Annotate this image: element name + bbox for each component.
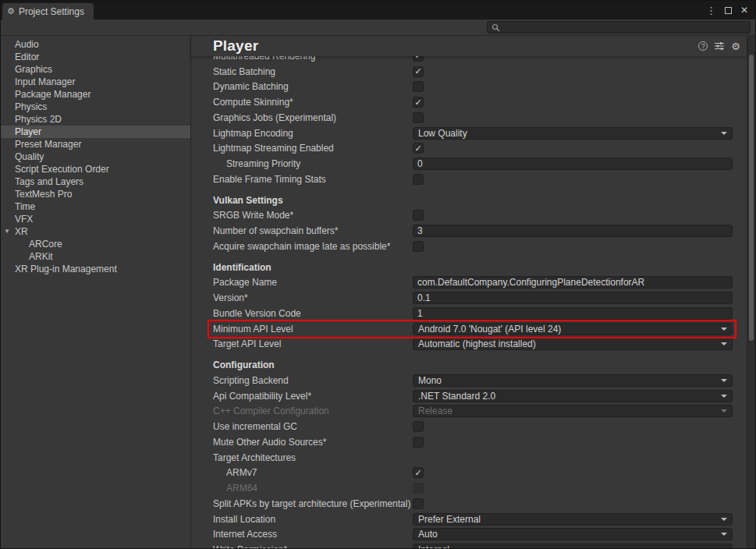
help-icon[interactable]: ? <box>698 41 708 51</box>
setting-control: Automatic (highest installed) <box>413 338 733 350</box>
sidebar-item-physics[interactable]: Physics <box>1 101 190 113</box>
sidebar-item-arcore[interactable]: ARCore <box>1 238 190 250</box>
sidebar-item-script-execution-order[interactable]: Script Execution Order <box>1 163 190 175</box>
checkbox-mute-other-audio-sources[interactable] <box>413 437 424 448</box>
settings-row-split-apks-by-target-architecture-experimental: Split APKs by target architecture (Exper… <box>191 496 747 512</box>
dropdown-value: Android 7.0 'Nougat' (API level 24) <box>418 324 716 335</box>
foldout-arrow-icon[interactable]: ▼ <box>4 228 10 235</box>
settings-row-lightmap-streaming-enabled: Lightmap Streaming Enabled✓ <box>191 141 747 157</box>
titlebar: ⚙ Project Settings ⋮ ✕ <box>1 1 755 19</box>
settings-category-sidebar: AudioEditorGraphicsInput ManagerPackage … <box>1 36 191 549</box>
maximize-icon[interactable] <box>725 7 732 14</box>
setting-label: Version* <box>213 292 413 303</box>
setting-control: Low Quality <box>413 127 733 140</box>
input-package-name[interactable] <box>413 276 733 289</box>
settings-row-minimum-api-level: Minimum API LevelAndroid 7.0 'Nougat' (A… <box>191 321 747 337</box>
section-header: Vulkan Settings <box>213 195 413 206</box>
window-tab[interactable]: ⚙ Project Settings <box>2 3 94 19</box>
sidebar-item-label: Script Execution Order <box>15 164 109 175</box>
setting-label: Lightmap Encoding <box>213 128 413 139</box>
checkbox-use-incremental-gc[interactable] <box>413 421 424 432</box>
setting-control: Mono <box>413 374 733 387</box>
sidebar-item-vfx[interactable]: VFX <box>1 213 190 225</box>
setting-control <box>413 421 733 432</box>
input-bundle-version-code[interactable] <box>413 307 733 320</box>
setting-control <box>413 276 733 289</box>
sidebar-item-label: ARCore <box>29 239 62 250</box>
dropdown-install-location[interactable]: Prefer External <box>413 513 733 526</box>
setting-control <box>413 307 733 320</box>
setting-control <box>413 112 733 123</box>
checkbox-acquire-swapchain-image-late-as-possible[interactable] <box>413 241 424 252</box>
sidebar-item-preset-manager[interactable]: Preset Manager <box>1 138 190 151</box>
dropdown-api-compatibility-level[interactable]: .NET Standard 2.0 <box>413 390 733 402</box>
chevron-down-icon <box>721 395 727 398</box>
sidebar-item-label: Tags and Layers <box>15 176 83 187</box>
sidebar-item-input-manager[interactable]: Input Manager <box>1 76 190 88</box>
search-icon <box>492 23 500 32</box>
sidebar-item-xr[interactable]: ▼XR <box>1 225 190 238</box>
search-input[interactable] <box>503 23 746 32</box>
presets-icon[interactable] <box>715 41 724 51</box>
input-streaming-priority[interactable] <box>413 158 733 170</box>
sidebar-item-player[interactable]: Player <box>1 126 190 138</box>
dropdown-c-compiler-configuration[interactable]: Release <box>413 405 733 417</box>
checkbox-armv7[interactable]: ✓ <box>413 467 424 478</box>
dropdown-scripting-backend[interactable]: Mono <box>413 374 733 387</box>
checkbox-arm64[interactable] <box>413 483 424 494</box>
sidebar-item-arkit[interactable]: ARKit <box>1 250 190 263</box>
settings-row-configuration: Configuration <box>191 357 747 373</box>
chevron-down-icon <box>721 342 727 345</box>
setting-label: Bundle Version Code <box>213 308 413 319</box>
sidebar-item-textmesh-pro[interactable]: TextMesh Pro <box>1 188 190 200</box>
sidebar-item-tags-and-layers[interactable]: Tags and Layers <box>1 175 190 188</box>
settings-row-arm64: ARM64 <box>191 480 747 496</box>
search-box[interactable] <box>487 21 751 34</box>
input-version[interactable] <box>413 292 733 304</box>
sidebar-item-graphics[interactable]: Graphics <box>1 63 190 76</box>
dropdown-internet-access[interactable]: Auto <box>413 528 733 540</box>
setting-control: ✓ <box>413 66 733 77</box>
checkbox-multithreaded-rendering[interactable]: ✓ <box>413 56 424 62</box>
sidebar-item-package-manager[interactable]: Package Manager <box>1 88 190 101</box>
dropdown-value: Auto <box>418 529 716 540</box>
dropdown-write-permission[interactable]: Internal <box>413 544 733 549</box>
kebab-menu-icon[interactable]: ⋮ <box>706 5 716 16</box>
sidebar-item-audio[interactable]: Audio <box>1 38 190 51</box>
dropdown-minimum-api-level[interactable]: Android 7.0 'Nougat' (API level 24) <box>413 323 733 335</box>
checkbox-static-batching[interactable]: ✓ <box>413 66 424 77</box>
sidebar-item-quality[interactable]: Quality <box>1 151 190 163</box>
checkbox-graphics-jobs-experimental[interactable] <box>413 112 424 123</box>
checkbox-lightmap-streaming-enabled[interactable]: ✓ <box>413 143 424 154</box>
settings-row-mute-other-audio-sources: Mute Other Audio Sources* <box>191 434 747 450</box>
setting-label: SRGB Write Mode* <box>213 210 413 221</box>
sidebar-item-label: Preset Manager <box>15 139 81 150</box>
vertical-scrollbar[interactable] <box>747 36 755 549</box>
settings-row-compute-skinning: Compute Skinning*✓ <box>191 94 747 110</box>
sidebar-item-editor[interactable]: Editor <box>1 51 190 63</box>
dropdown-target-api-level[interactable]: Automatic (highest installed) <box>413 338 733 350</box>
sidebar-item-label: ARKit <box>29 251 53 262</box>
checkbox-dynamic-batching[interactable] <box>413 81 424 92</box>
setting-label: Number of swapchain buffers* <box>213 225 413 236</box>
settings-row-dynamic-batching: Dynamic Batching <box>191 80 747 95</box>
setting-label: Package Name <box>213 277 413 288</box>
checkbox-srgb-write-mode[interactable] <box>413 210 424 221</box>
settings-row-install-location: Install LocationPrefer External <box>191 512 747 527</box>
dropdown-lightmap-encoding[interactable]: Low Quality <box>413 127 733 140</box>
close-icon[interactable]: ✕ <box>740 5 748 15</box>
sidebar-item-xr-plug-in-management[interactable]: XR Plug-in Management <box>1 263 190 275</box>
input-number-of-swapchain-buffers[interactable] <box>413 225 733 237</box>
checkbox-compute-skinning[interactable]: ✓ <box>413 97 424 108</box>
gear-icon[interactable]: ⚙ <box>731 41 740 51</box>
setting-label: ARMv7 <box>213 467 413 478</box>
sidebar-item-time[interactable]: Time <box>1 200 190 213</box>
settings-row-version: Version* <box>191 290 747 306</box>
setting-control <box>413 81 733 92</box>
scrollbar-thumb[interactable] <box>749 55 754 341</box>
dropdown-value: Release <box>418 406 716 416</box>
checkbox-enable-frame-timing-stats[interactable] <box>413 174 424 185</box>
sidebar-item-physics-2d[interactable]: Physics 2D <box>1 113 190 126</box>
checkbox-split-apks-by-target-architecture-experimental[interactable] <box>413 498 424 509</box>
setting-label: ARM64 <box>213 483 413 494</box>
